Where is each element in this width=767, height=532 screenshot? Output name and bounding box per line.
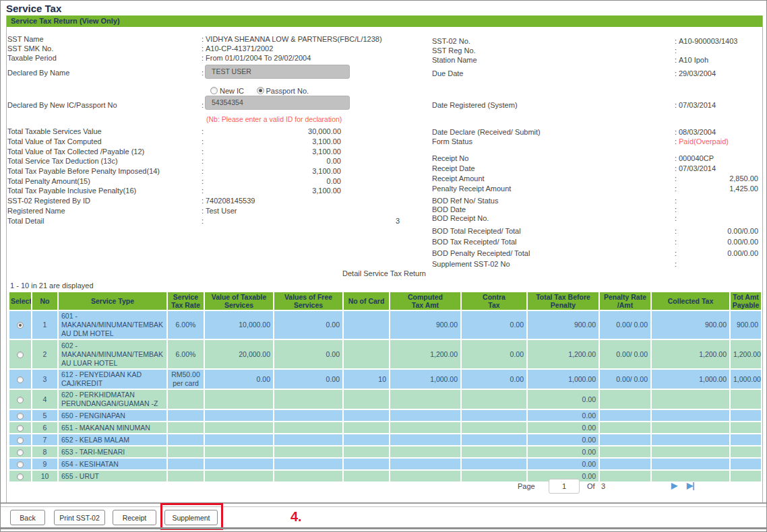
field-colon: : — [675, 37, 677, 45]
field-value: 740208145539 — [206, 197, 255, 205]
cell-computed — [390, 459, 462, 471]
cell-penalty — [600, 434, 652, 446]
field-colon: : — [675, 197, 677, 205]
cell-collected — [652, 434, 731, 446]
new-ic-radio[interactable] — [210, 87, 218, 94]
page-bottom-bar — [1, 527, 767, 529]
field-label: BOD Total Receipted/ Total — [432, 227, 521, 235]
cell-collected: 1,200.00 — [652, 340, 731, 370]
cell-taxable_value: 20,000.00 — [205, 340, 274, 370]
row-select-radio[interactable] — [17, 322, 24, 329]
declared-by-id-input[interactable]: 54354354 — [205, 96, 350, 110]
field-colon: : — [675, 260, 677, 268]
cell-penalty — [600, 422, 652, 434]
cell-before_penalty: 0.00 — [528, 434, 600, 446]
select-cell — [9, 422, 32, 434]
column-header: Tot Amt Payable — [731, 292, 762, 311]
row-select-radio[interactable] — [17, 352, 24, 358]
row-select-radio[interactable] — [17, 461, 24, 468]
field-colon: : — [675, 238, 677, 246]
table-row: 9654 - KESIHATAN0.00 — [9, 459, 762, 471]
declared-by-name-input[interactable]: TEST USER — [205, 65, 350, 79]
page-number-input[interactable] — [549, 479, 580, 494]
field-value: 29/03/2004 — [679, 69, 716, 77]
field-value: 1,425.00 — [679, 185, 758, 193]
supplement-button[interactable]: Supplement — [164, 510, 218, 525]
cell-no_of_card: 10 — [344, 370, 390, 390]
select-cell — [9, 459, 32, 471]
row-select-radio[interactable] — [17, 437, 24, 444]
field-value: 3,100.00 — [206, 187, 341, 195]
cell-no: 7 — [32, 434, 59, 446]
field-label: BOD Ref No/ Status — [432, 197, 498, 205]
row-select-radio[interactable] — [17, 413, 24, 420]
declared-by-name-label: Declared By Name — [7, 69, 69, 77]
field-colon: : — [202, 147, 204, 156]
field-value: 3,100.00 — [206, 137, 341, 145]
row-select-radio[interactable] — [17, 449, 24, 456]
cell-free_value — [274, 422, 344, 434]
cell-before_penalty: 0.00 — [528, 422, 600, 434]
cell-taxable_value — [205, 390, 274, 410]
cell-no_of_card — [344, 434, 390, 446]
column-header: Contra Tax — [462, 292, 528, 311]
cell-service_type: 654 - KESIHATAN — [59, 459, 168, 471]
passport-radio[interactable] — [257, 87, 264, 94]
field-value: 0.00/0.00 — [679, 238, 758, 246]
field-label: Due Date — [432, 69, 463, 77]
next-page-icon[interactable]: ▶ — [671, 481, 677, 490]
receipt-button[interactable]: Receipt — [113, 510, 156, 525]
select-cell — [9, 340, 32, 370]
cell-free_value: 0.00 — [274, 370, 344, 390]
cell-no: 2 — [32, 340, 59, 370]
table-row: 1601 - MAKANAN/MINUMAN/TEMBAKAU DLM HOTE… — [9, 311, 762, 340]
cell-payable: 1,200.00 — [731, 340, 762, 370]
print-sst02-button[interactable]: Print SST-02 — [54, 510, 105, 525]
row-select-radio[interactable] — [17, 397, 24, 403]
cell-no_of_card — [344, 390, 390, 410]
cell-no: 8 — [32, 446, 59, 459]
cell-taxable_value — [205, 410, 274, 422]
cell-service_type: 602 - MAKANAN/MINUMAN/TEMBAKAU LUAR HOTE… — [59, 340, 168, 370]
row-select-radio[interactable] — [17, 425, 24, 432]
field-label: Total Tax Payable Inclusive Penalty(16) — [7, 187, 136, 195]
cell-before_penalty: 1,200.00 — [528, 340, 600, 370]
cell-no: 6 — [32, 422, 59, 434]
field-label: SST Name — [7, 35, 44, 43]
field-value: 0.00 — [206, 177, 341, 185]
field-label: Taxable Period — [7, 54, 57, 62]
field-value: 0.00/0.00 — [679, 227, 758, 235]
cell-penalty — [600, 459, 652, 471]
cell-no_of_card — [344, 340, 390, 370]
field-colon: : — [202, 137, 204, 145]
back-button[interactable]: Back — [10, 510, 45, 525]
field-value: 2,850.00 — [679, 174, 758, 182]
cell-payable: 1,000.00 — [731, 370, 762, 390]
field-label: Form Status — [432, 137, 472, 145]
cell-before_penalty: 0.00 — [528, 459, 600, 471]
field-colon: : — [675, 128, 677, 136]
field-label: Total Tax Payable Before Penalty Imposed… — [7, 167, 160, 175]
cell-collected — [652, 422, 731, 434]
select-cell — [9, 410, 32, 422]
field-colon: : — [202, 127, 204, 135]
field-colon: : — [675, 214, 677, 222]
field-colon: : — [675, 137, 677, 145]
field-value: A10 Ipoh — [679, 56, 708, 64]
row-select-radio[interactable] — [17, 376, 24, 383]
cell-penalty: 0.00/ 0.00 — [600, 370, 652, 390]
cell-penalty — [600, 390, 652, 410]
cell-contra: 0.00 — [462, 340, 528, 370]
last-page-icon[interactable]: ▶| — [687, 481, 694, 490]
column-header: Penalty Rate /Amt — [600, 292, 652, 311]
field-value: A10-900003/1403 — [679, 37, 737, 45]
declared-by-id-label: Declared By New IC/Passport No — [7, 101, 117, 109]
field-value: 3 — [206, 217, 400, 225]
cell-contra — [462, 434, 528, 446]
cell-no: 1 — [32, 311, 59, 340]
field-value: Paid(Overpaid) — [679, 137, 729, 145]
cell-taxable_value: 0.00 — [205, 370, 274, 390]
field-label: Total Taxable Services Value — [7, 127, 102, 135]
table-row: 6651 - MAKANAN MINUMAN0.00 — [9, 422, 762, 434]
field-value: 08/03/2004 — [679, 128, 716, 136]
